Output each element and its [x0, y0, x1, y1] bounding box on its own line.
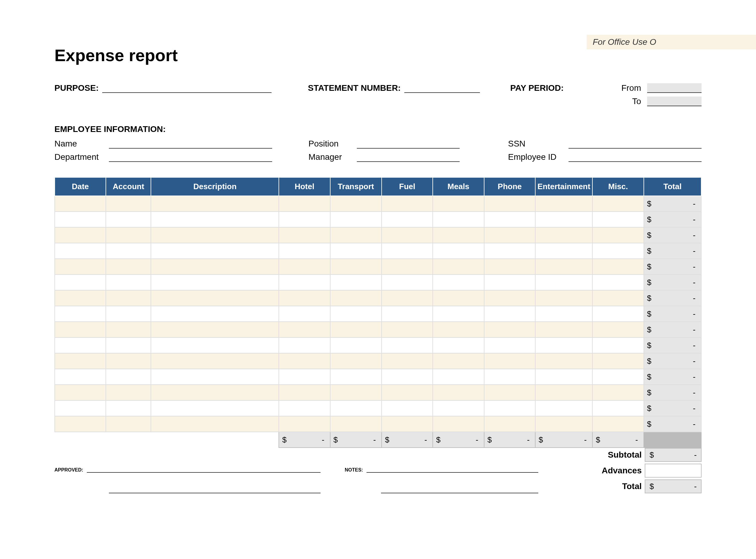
cell-phone[interactable] — [484, 337, 536, 353]
cell-entertainment[interactable] — [535, 322, 592, 337]
advances-input[interactable] — [645, 464, 702, 477]
cell-phone[interactable] — [484, 400, 536, 416]
cell-description[interactable] — [151, 274, 279, 290]
cell-meals[interactable] — [433, 274, 484, 290]
cell-hotel[interactable] — [279, 259, 330, 274]
cell-fuel[interactable] — [382, 274, 433, 290]
cell-account[interactable] — [106, 322, 151, 337]
cell-fuel[interactable] — [382, 337, 433, 353]
cell-fuel[interactable] — [382, 196, 433, 211]
cell-hotel[interactable] — [279, 243, 330, 259]
cell-description[interactable] — [151, 400, 279, 416]
cell-phone[interactable] — [484, 259, 536, 274]
cell-transport[interactable] — [330, 416, 382, 432]
cell-date[interactable] — [55, 259, 106, 274]
cell-account[interactable] — [106, 400, 151, 416]
cell-transport[interactable] — [330, 290, 382, 306]
cell-misc[interactable] — [592, 196, 643, 211]
cell-account[interactable] — [106, 274, 151, 290]
cell-meals[interactable] — [433, 322, 484, 337]
cell-transport[interactable] — [330, 196, 382, 211]
cell-fuel[interactable] — [382, 353, 433, 369]
cell-description[interactable] — [151, 416, 279, 432]
cell-account[interactable] — [106, 337, 151, 353]
name-input[interactable] — [109, 139, 272, 149]
position-input[interactable] — [357, 139, 459, 149]
cell-account[interactable] — [106, 306, 151, 322]
cell-date[interactable] — [55, 416, 106, 432]
cell-phone[interactable] — [484, 290, 536, 306]
cell-description[interactable] — [151, 385, 279, 400]
cell-description[interactable] — [151, 243, 279, 259]
cell-phone[interactable] — [484, 306, 536, 322]
cell-phone[interactable] — [484, 322, 536, 337]
cell-fuel[interactable] — [382, 243, 433, 259]
cell-account[interactable] — [106, 416, 151, 432]
cell-hotel[interactable] — [279, 306, 330, 322]
cell-account[interactable] — [106, 227, 151, 243]
cell-account[interactable] — [106, 196, 151, 211]
cell-misc[interactable] — [592, 227, 643, 243]
cell-misc[interactable] — [592, 259, 643, 274]
cell-date[interactable] — [55, 306, 106, 322]
purpose-input[interactable] — [102, 83, 271, 93]
cell-misc[interactable] — [592, 400, 643, 416]
cell-fuel[interactable] — [382, 211, 433, 227]
cell-meals[interactable] — [433, 385, 484, 400]
cell-entertainment[interactable] — [535, 369, 592, 385]
cell-meals[interactable] — [433, 290, 484, 306]
cell-description[interactable] — [151, 306, 279, 322]
cell-transport[interactable] — [330, 259, 382, 274]
cell-date[interactable] — [55, 322, 106, 337]
cell-phone[interactable] — [484, 243, 536, 259]
approved-input-1[interactable] — [87, 463, 321, 473]
cell-hotel[interactable] — [279, 290, 330, 306]
ssn-input[interactable] — [568, 139, 702, 149]
cell-hotel[interactable] — [279, 196, 330, 211]
cell-date[interactable] — [55, 337, 106, 353]
cell-misc[interactable] — [592, 322, 643, 337]
cell-description[interactable] — [151, 211, 279, 227]
cell-fuel[interactable] — [382, 306, 433, 322]
cell-phone[interactable] — [484, 416, 536, 432]
notes-input-2[interactable] — [381, 484, 538, 493]
cell-account[interactable] — [106, 211, 151, 227]
cell-description[interactable] — [151, 353, 279, 369]
employee-id-input[interactable] — [568, 152, 702, 162]
cell-description[interactable] — [151, 322, 279, 337]
cell-description[interactable] — [151, 259, 279, 274]
cell-meals[interactable] — [433, 306, 484, 322]
statement-number-input[interactable] — [404, 83, 480, 93]
cell-entertainment[interactable] — [535, 274, 592, 290]
cell-misc[interactable] — [592, 337, 643, 353]
cell-date[interactable] — [55, 385, 106, 400]
cell-phone[interactable] — [484, 369, 536, 385]
cell-date[interactable] — [55, 353, 106, 369]
cell-transport[interactable] — [330, 227, 382, 243]
cell-fuel[interactable] — [382, 290, 433, 306]
cell-entertainment[interactable] — [535, 306, 592, 322]
cell-misc[interactable] — [592, 243, 643, 259]
cell-date[interactable] — [55, 196, 106, 211]
cell-meals[interactable] — [433, 369, 484, 385]
cell-account[interactable] — [106, 353, 151, 369]
cell-meals[interactable] — [433, 400, 484, 416]
cell-transport[interactable] — [330, 322, 382, 337]
cell-account[interactable] — [106, 369, 151, 385]
cell-transport[interactable] — [330, 400, 382, 416]
cell-description[interactable] — [151, 369, 279, 385]
cell-description[interactable] — [151, 290, 279, 306]
cell-entertainment[interactable] — [535, 353, 592, 369]
cell-hotel[interactable] — [279, 416, 330, 432]
cell-fuel[interactable] — [382, 369, 433, 385]
cell-entertainment[interactable] — [535, 259, 592, 274]
cell-meals[interactable] — [433, 227, 484, 243]
cell-transport[interactable] — [330, 211, 382, 227]
cell-hotel[interactable] — [279, 211, 330, 227]
cell-entertainment[interactable] — [535, 337, 592, 353]
cell-meals[interactable] — [433, 337, 484, 353]
cell-hotel[interactable] — [279, 337, 330, 353]
cell-phone[interactable] — [484, 227, 536, 243]
cell-hotel[interactable] — [279, 369, 330, 385]
cell-hotel[interactable] — [279, 385, 330, 400]
